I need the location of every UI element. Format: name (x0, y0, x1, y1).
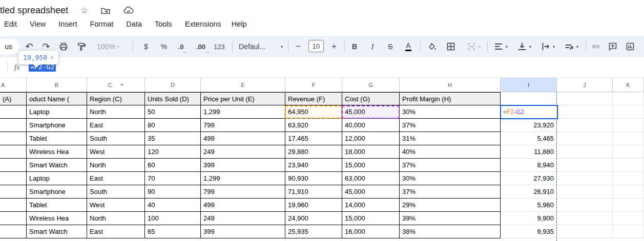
document-title[interactable]: tled spreadsheet (0, 5, 68, 16)
cell[interactable]: 63,000 (342, 172, 400, 185)
cell[interactable] (557, 172, 613, 185)
cell[interactable] (557, 185, 613, 199)
cell[interactable] (557, 225, 613, 238)
paint-format-button[interactable] (74, 40, 88, 53)
column-header-E[interactable]: E (201, 78, 285, 92)
cell[interactable] (613, 145, 644, 159)
cell[interactable] (613, 199, 644, 212)
insert-link-button[interactable] (589, 40, 603, 53)
fill-color-button[interactable] (425, 40, 439, 53)
cell[interactable]: Profit Margin (H) (400, 92, 501, 105)
cell[interactable]: Tablet (27, 132, 87, 145)
cell[interactable]: Region (C) (87, 92, 145, 105)
text-wrap-button[interactable]: ▾ (538, 40, 557, 53)
cell[interactable]: 30% (400, 172, 501, 185)
cell[interactable]: West (87, 145, 145, 159)
cell[interactable]: 23,920 (501, 119, 557, 132)
cell[interactable]: 70 (145, 172, 201, 185)
cell[interactable]: 15,000 (342, 159, 400, 172)
cell[interactable] (613, 185, 644, 199)
font-size-input[interactable]: 10 (308, 40, 324, 52)
cell[interactable]: 100 (145, 212, 201, 225)
cell[interactable]: 120 (145, 145, 201, 159)
cell[interactable] (501, 92, 557, 105)
cell[interactable]: Wireless Hea (27, 145, 87, 159)
cell[interactable] (557, 212, 613, 225)
cell[interactable]: 37% (400, 119, 501, 132)
cell[interactable]: Wireless Hea (27, 212, 87, 225)
search-menus-pill[interactable]: us (0, 39, 19, 54)
cell[interactable]: 45,000 (342, 185, 400, 199)
cell[interactable]: 249 (201, 212, 285, 225)
increase-font-size-button[interactable]: + (328, 40, 340, 53)
cell[interactable]: 40 (145, 199, 201, 212)
merge-cells-button[interactable]: ▾ (463, 40, 484, 53)
cell[interactable]: 37% (400, 185, 501, 199)
cell[interactable]: 499 (201, 199, 285, 212)
cell[interactable]: 18,000 (342, 145, 400, 159)
cell[interactable] (0, 212, 27, 225)
cell[interactable]: East (87, 225, 145, 238)
cell[interactable]: 11,880 (501, 145, 557, 159)
cell[interactable]: 25,935 (285, 225, 342, 238)
cell[interactable]: 29% (400, 199, 501, 212)
cell[interactable]: East (87, 172, 145, 185)
column-dropdown-icon[interactable]: ▼ (120, 83, 124, 86)
menu-data[interactable]: Data (126, 20, 142, 28)
cell[interactable]: 65 (145, 225, 201, 238)
decrease-font-size-button[interactable]: − (292, 40, 304, 53)
cell[interactable]: 9,900 (501, 212, 557, 225)
cell[interactable]: North (87, 159, 145, 172)
column-header-H[interactable]: H (400, 78, 501, 92)
cell[interactable] (557, 159, 613, 172)
cell[interactable]: 29,880 (285, 145, 342, 159)
cell[interactable] (613, 105, 644, 119)
cell[interactable]: 24,900 (285, 212, 342, 225)
cell[interactable]: Tablet (27, 199, 87, 212)
format-percent-button[interactable]: % (158, 40, 170, 53)
cell[interactable]: Smartphone (27, 119, 87, 132)
insert-chart-button[interactable] (624, 40, 637, 53)
cell[interactable]: Price per Unit (E) (201, 92, 285, 105)
cell[interactable]: Cost (G) (342, 92, 400, 105)
column-header-B[interactable]: B (27, 78, 87, 92)
menu-help[interactable]: Help (232, 20, 247, 28)
menu-tools[interactable]: Tools (155, 20, 172, 28)
cell[interactable]: 399 (201, 225, 285, 238)
cell[interactable]: 39% (400, 212, 501, 225)
column-header-A[interactable]: A (0, 78, 27, 92)
cell[interactable] (613, 159, 644, 172)
cell[interactable]: 9,935 (501, 225, 557, 238)
cell[interactable]: 1,299 (201, 172, 285, 185)
cell[interactable]: Laptop (27, 172, 87, 185)
text-rotation-button[interactable]: ▾ (562, 40, 581, 53)
italic-button[interactable]: I (366, 40, 379, 53)
cell[interactable] (0, 199, 27, 212)
text-color-button[interactable]: A (402, 40, 414, 53)
cell[interactable]: Units Sold (D) (145, 92, 201, 105)
cell[interactable] (557, 119, 613, 132)
cell[interactable] (557, 105, 613, 119)
cell[interactable]: 38% (400, 225, 501, 238)
column-header-F[interactable]: F (285, 78, 342, 92)
cell[interactable]: 16,000 (342, 225, 400, 238)
cell[interactable] (0, 159, 27, 172)
cloud-saved-icon[interactable] (123, 6, 134, 16)
insert-comment-button[interactable] (606, 40, 619, 53)
menu-extensions[interactable]: Extensions (185, 20, 221, 28)
cell[interactable]: 27,930 (501, 172, 557, 185)
cell[interactable]: 30% (400, 105, 501, 119)
cell[interactable]: Smartphone (27, 185, 87, 199)
format-currency-button[interactable]: $ (140, 40, 152, 53)
strikethrough-button[interactable]: S (384, 40, 397, 53)
menu-view[interactable]: View (30, 20, 46, 28)
cell[interactable] (557, 145, 613, 159)
cell[interactable]: 799 (201, 119, 285, 132)
cell[interactable]: 31% (400, 132, 501, 145)
cell[interactable]: 249 (201, 145, 285, 159)
decrease-decimal-button[interactable]: .0← (174, 40, 188, 53)
increase-decimal-button[interactable]: .00→ (193, 40, 209, 53)
cell[interactable] (557, 92, 613, 105)
cell[interactable]: 45,000 (342, 105, 400, 119)
cell[interactable] (0, 225, 27, 238)
